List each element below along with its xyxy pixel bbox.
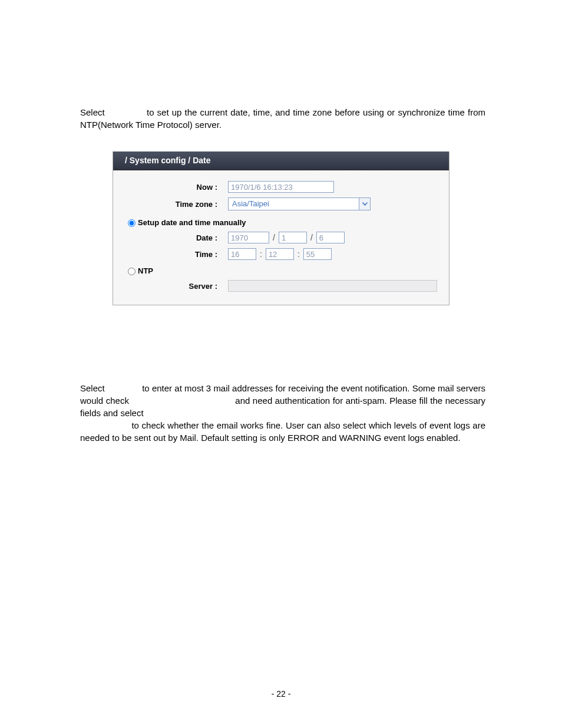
page-number: - 22 - (0, 689, 562, 699)
timezone-label: Time zone : (113, 200, 228, 209)
panel-title: / System config / Date (113, 151, 449, 170)
server-input[interactable] (228, 280, 437, 292)
server-label: Server : (113, 282, 228, 291)
date-month-input[interactable] (279, 232, 307, 243)
time-label: Time : (113, 250, 228, 259)
now-label: Now : (113, 183, 228, 192)
timezone-value: Asia/Taipei (228, 197, 359, 210)
colon-separator: : (256, 249, 266, 259)
colon-separator: : (294, 249, 303, 259)
manual-radio[interactable] (128, 219, 135, 227)
slash-separator: / (269, 233, 279, 242)
paragraph-date-intro: Select to set up the current date, time,… (80, 106, 485, 131)
time-minute-input[interactable] (266, 248, 294, 260)
time-hour-input[interactable] (228, 248, 256, 260)
paragraph-mail-intro-1: Select to enter at most 3 mail addresses… (80, 382, 485, 419)
date-day-input[interactable] (316, 232, 345, 243)
ntp-radio-label: NTP (138, 266, 153, 275)
now-input[interactable] (228, 181, 334, 193)
time-second-input[interactable] (303, 248, 332, 260)
paragraph-mail-intro-2: to check whether the email works fine. U… (80, 419, 485, 444)
date-year-input[interactable] (228, 232, 269, 243)
manual-radio-label: Setup date and time manually (138, 218, 246, 227)
timezone-select[interactable]: Asia/Taipei (228, 197, 371, 210)
date-label: Date : (113, 233, 228, 242)
slash-separator: / (307, 233, 316, 242)
chevron-down-icon[interactable] (359, 197, 371, 210)
ntp-radio[interactable] (128, 268, 135, 275)
date-config-panel: / System config / Date Now : Time zone :… (113, 151, 449, 305)
